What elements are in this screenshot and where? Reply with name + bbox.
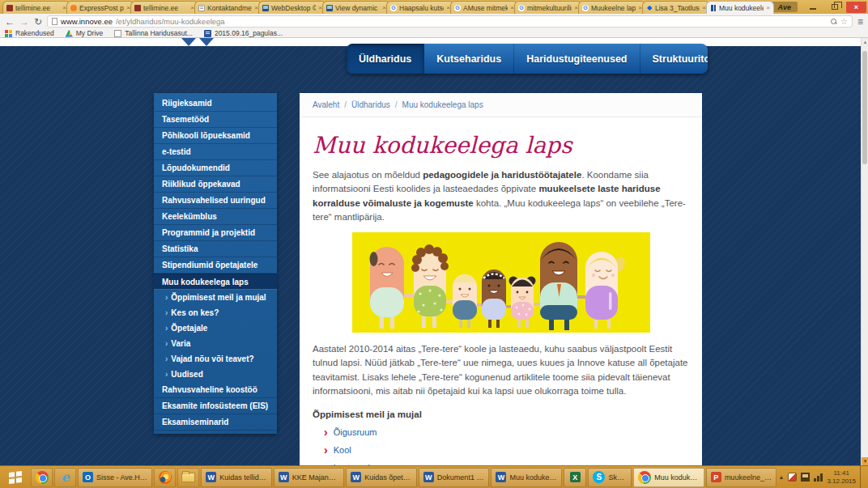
tab-close-icon[interactable]: × [766, 4, 770, 11]
back-button[interactable]: ← [5, 17, 15, 27]
restore-button[interactable] [824, 2, 845, 13]
sidebar-item-pohikooli[interactable]: Põhikooli lõpueksamid [154, 128, 277, 144]
sidebar-item-programmid[interactable]: Programmid ja projektid [154, 225, 277, 241]
browser-tab[interactable]: AMuse mitmeku × [450, 1, 518, 14]
browser-tab-active[interactable]: Muu kodukeeleg × [706, 1, 774, 14]
sidebar-item-riigieksamid[interactable]: Riigieksamid [154, 95, 277, 112]
taskbar-word-button[interactable]: Kuidas tellida aja... [201, 468, 272, 487]
taskbar-chrome-pinned[interactable] [31, 468, 53, 487]
profile-badge[interactable]: Ave [771, 2, 798, 12]
taskbar-powerpoint-button[interactable]: muukeelne_laps... [706, 468, 777, 487]
browser-menu-icon[interactable]: ≡ [857, 17, 863, 27]
sidebar-subitem-varia[interactable]: › Varia [154, 336, 277, 351]
sidebar-item-keelekumblus[interactable]: Keelekümblus [154, 209, 277, 225]
start-button[interactable] [2, 467, 29, 488]
tray-expand-icon[interactable]: ▲ [778, 474, 784, 480]
nav-tab-haridustugiteenused[interactable]: Haridustugiteenused [514, 44, 640, 74]
bookmark-label: 2015.09.16_pagulas... [215, 29, 283, 37]
chrome-icon [36, 471, 49, 484]
tab-title: Kontaktandmed [207, 4, 252, 12]
taskbar-word-button[interactable]: KKE Majandusaa... [274, 468, 345, 487]
breadcrumb-avaleht[interactable]: Avaleht [313, 100, 339, 109]
url-path: /et/yldharidus/muu-kodukeelega [116, 17, 828, 26]
browser-tab[interactable]: Haapsalu kutseh × [386, 1, 454, 14]
taskbar: e Sisse - Ave.Hansi... Kuidas tellida aj… [0, 465, 868, 488]
sidebar-subitem-uudised[interactable]: › Uudised [154, 367, 277, 382]
sidebar-subitem-vajad-nou[interactable]: › Vajad nõu või teavet? [154, 351, 277, 367]
file-explorer-icon [181, 473, 195, 482]
scroll-up-icon[interactable]: ▲ [862, 38, 868, 46]
taskbar-outlook-button[interactable]: Sisse - Ave.Hansi... [78, 468, 152, 487]
browser-tab[interactable]: Muukeelne laps × [578, 1, 646, 14]
nav-tab-kutseharidus[interactable]: Kutseharidus [424, 44, 514, 74]
firefox-icon [159, 471, 172, 484]
taskbar-clock[interactable]: 11:41 3.12.2015 [827, 469, 856, 486]
taskbar-button-label: Sisse - Ave.Hansi... [96, 473, 147, 482]
links-subheading: Õppimisest meil ja mujal [313, 409, 689, 419]
bookmark-my-drive[interactable]: My Drive [66, 29, 104, 37]
tray-flag-icon[interactable] [788, 473, 797, 482]
browser-tab[interactable]: ExpressPost post × [66, 1, 134, 14]
bookmark-pagulas[interactable]: 2015.09.16_pagulas... [204, 29, 283, 37]
sidebar-item-eksamiseminarid[interactable]: Eksamiseminarid [154, 414, 277, 431]
link-oigusruum[interactable]: Õigusruum [334, 427, 377, 437]
zoom-icon[interactable] [831, 19, 837, 25]
reload-button[interactable]: ↻ [34, 17, 42, 27]
sidebar-subitem-oppimisest[interactable]: › Õppimisest meil ja mujal [154, 290, 277, 305]
forward-button[interactable]: → [19, 17, 29, 27]
browser-tab[interactable]: Kontaktandmed × [194, 1, 262, 14]
sidebar-item-muu-kodukeelega-laps[interactable]: Muu kodukeelega laps [154, 274, 277, 290]
show-desktop-button[interactable] [860, 466, 863, 488]
scrollbar-thumb[interactable] [862, 51, 867, 164]
taskbar-chrome-active-button[interactable]: Muu kodukeele... [633, 468, 704, 487]
bookmark-tallinna[interactable]: Tallinna Haridusasut... [114, 29, 193, 37]
sidebar-item-tasemetood[interactable]: Tasemetööd [154, 112, 277, 128]
sidebar-subitem-label: Kes on kes? [171, 308, 219, 317]
sidebar-item-oppekavad[interactable]: Riiklikud õppekavad [154, 176, 277, 193]
google-drive-icon [66, 30, 73, 37]
sidebar-subitem-kes-on-kes[interactable]: › Kes on kes? [154, 305, 277, 320]
taskbar-excel-button[interactable] [564, 468, 586, 487]
tray-display-icon[interactable] [801, 473, 810, 482]
bookmark-star-icon[interactable]: ☆ [840, 18, 848, 26]
minimize-button[interactable] [802, 2, 823, 13]
browser-tab[interactable]: Lisa 3_Taotlusdo × [642, 1, 710, 14]
breadcrumb-separator: / [344, 100, 347, 109]
nav-tab-yldharidus[interactable]: Üldharidus [347, 44, 424, 74]
breadcrumb-yldharidus[interactable]: Üldharidus [351, 100, 390, 109]
sidebar-item-lopudokumendid[interactable]: Lõpudokumendid [154, 160, 277, 176]
sidebar-item-uuringud[interactable]: Rahvusvahelised uuringud [154, 193, 277, 209]
tray-network-icon[interactable] [814, 473, 823, 482]
monitor-favicon [326, 5, 333, 11]
sidebar-item-statistika[interactable]: Statistika [154, 241, 277, 257]
taskbar-skype-button[interactable]: Skype [588, 468, 632, 487]
close-button[interactable]: × [846, 2, 866, 13]
taskbar-ie-pinned[interactable]: e [54, 468, 76, 487]
browser-tab[interactable]: mitmekultuurilin × [514, 1, 582, 14]
scroll-down-icon[interactable]: ▼ [862, 457, 868, 465]
link-kool[interactable]: Kool [334, 445, 351, 455]
nav-tab-struktuuritoetused[interactable]: Struktuuritoetused [640, 44, 708, 74]
link-row: › Õigusruum [313, 426, 689, 438]
address-bar[interactable]: www.innove.ee /et/yldharidus/muu-kodukee… [47, 15, 853, 28]
sidebar-subitem-opetajale[interactable]: › Õpetajale [154, 320, 277, 336]
taskbar-word-button[interactable]: Dokument1 - W... [419, 468, 490, 487]
taskbar-explorer-pinned[interactable] [177, 468, 199, 487]
browser-tab[interactable]: tellimine.ee × [130, 1, 198, 14]
browser-tab[interactable]: tellimine.ee × [2, 1, 70, 14]
taskbar-word-button[interactable]: Kuidas õpetada ... [346, 468, 417, 487]
sidebar-item-koostoo[interactable]: Rahvusvaheline koostöö [154, 382, 277, 398]
innove-logo-fragment [180, 38, 215, 46]
article: Muu kodukeelega laps See alajaotus on mõ… [300, 117, 702, 465]
sidebar-item-etestid[interactable]: e-testid [154, 144, 277, 160]
taskbar-firefox-pinned[interactable] [154, 468, 176, 487]
page-scrollbar[interactable]: ▲ ▼ [861, 38, 868, 465]
bookmark-apps[interactable]: Rakendused [5, 29, 54, 37]
tab-title: View dynamic o [335, 4, 380, 12]
browser-tab[interactable]: View dynamic o × [322, 1, 390, 14]
browser-tab[interactable]: WebDesktop © × [258, 1, 326, 14]
sidebar-item-stipendiumid[interactable]: Stipendiumid õpetajatele [154, 257, 277, 274]
taskbar-word-button[interactable]: Muu kodukeele... [491, 468, 562, 487]
bookmark-label: Tallinna Haridusasut... [125, 29, 193, 37]
sidebar-item-eis[interactable]: Eksamite infosüsteem (EIS) [154, 398, 277, 414]
